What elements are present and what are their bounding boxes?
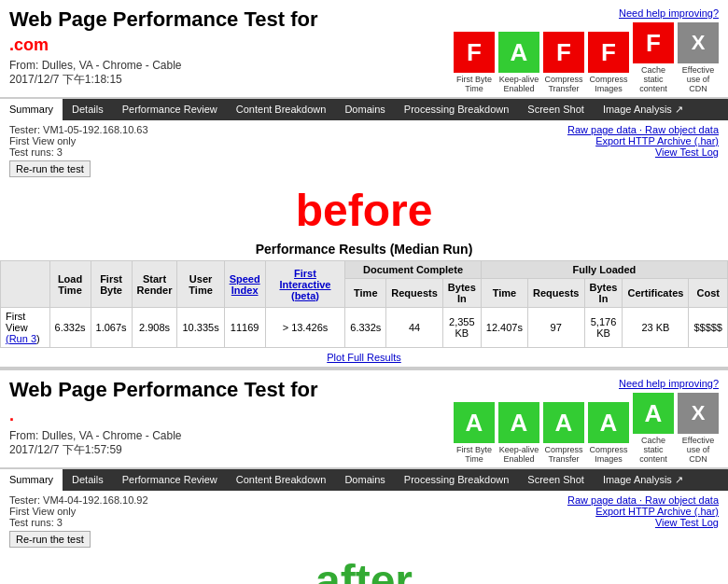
doc-complete-header: Document Complete (345, 261, 482, 279)
section-before: Web Page Performance Test for .com From:… (0, 0, 728, 99)
nav-item[interactable]: Image Analysis ↗ (594, 469, 693, 491)
grade-label: CompressImages (589, 445, 627, 464)
plot-link: Plot Full Results (0, 352, 728, 363)
raw-data-link[interactable]: Raw page data · Raw object data (567, 124, 719, 135)
rerun-button[interactable]: Re-run the test (9, 531, 91, 548)
grade-label: Keep-aliveEnabled (499, 75, 539, 93)
page-title: Web Page Performance Test for .com (9, 7, 318, 56)
nav-item[interactable]: Summary (0, 99, 63, 120)
start-render: 2.908s (132, 308, 177, 348)
full-certs-header: Certificates (623, 279, 689, 308)
nav-item[interactable]: Screen Shot (518, 469, 594, 491)
run-link[interactable]: Run 3 (9, 333, 36, 344)
grade-label: Cachestaticcontent (639, 65, 667, 93)
title-area: Web Page Performance Test for .com From:… (9, 7, 318, 88)
col-usertime: UserTime (177, 261, 224, 308)
grade-label: CompressTransfer (544, 75, 582, 93)
grades-area: Need help improving? F First ByteTime A … (454, 7, 719, 93)
full-bytes-header: BytesIn (584, 279, 623, 308)
from-info: From: Dulles, VA - Chrome - Cable2017/12… (9, 429, 318, 458)
grade-label: Effectiveuse ofCDN (682, 436, 714, 464)
grade-box: A (633, 393, 674, 434)
top-row: Web Page Performance Test for .com From:… (9, 7, 719, 93)
grade-box: F (588, 32, 629, 73)
grade-box: A (498, 32, 539, 73)
grade-item: F CompressTransfer (543, 32, 584, 93)
grade-box: A (543, 402, 584, 443)
log-link[interactable]: View Test Log (567, 146, 719, 158)
nav-item[interactable]: Content Breakdown (227, 99, 336, 120)
table-row: First View(Run 3) 6.332s 1.067s 2.908s 1… (1, 308, 728, 348)
top-row: Web Page Performance Test for . From: Du… (9, 378, 719, 464)
help-link[interactable]: Need help improving? (619, 378, 719, 389)
nav-item[interactable]: Performance Review (113, 469, 227, 491)
info-right: Raw page data · Raw object data Export H… (567, 124, 719, 158)
grade-item: A First ByteTime (454, 402, 495, 464)
full-time: 12.407s (481, 308, 527, 348)
grade-item: X Effectiveuse ofCDN (678, 393, 719, 464)
export-link[interactable]: Export HTTP Archive (.har) (567, 135, 719, 146)
rerun-button[interactable]: Re-run the test (9, 160, 91, 177)
full-time-header: Time (481, 279, 527, 308)
url: . (9, 406, 14, 424)
col-header (1, 261, 50, 308)
export-link[interactable]: Export HTTP Archive (.har) (567, 506, 719, 517)
grade-label: Keep-aliveEnabled (499, 445, 539, 464)
grade-label: Cachestaticcontent (639, 436, 667, 464)
nav-item[interactable]: Processing Breakdown (395, 99, 519, 120)
grades-boxes: A First ByteTime A Keep-aliveEnabled A C… (454, 393, 719, 464)
grade-box: A (454, 402, 495, 443)
page-title: Web Page Performance Test for . (9, 378, 318, 426)
nav-item[interactable]: Domains (335, 469, 394, 491)
url: .com (9, 35, 49, 54)
info-right: Raw page data · Raw object data Export H… (567, 494, 719, 528)
nav-item[interactable]: Content Breakdown (227, 469, 336, 491)
grade-item: A Keep-aliveEnabled (498, 32, 539, 93)
grade-item: F CompressImages (588, 32, 629, 93)
doc-time: 6.332s (345, 308, 386, 348)
grade-box: F (454, 32, 495, 73)
doc-requests-header: Requests (386, 279, 443, 308)
grade-label: Effectiveuse ofCDN (682, 65, 714, 93)
grade-item: A Keep-aliveEnabled (498, 402, 539, 464)
grade-item: F Cachestaticcontent (633, 22, 674, 93)
interactive-link[interactable]: First Interactive(beta) (279, 268, 330, 301)
nav-item[interactable]: Performance Review (113, 99, 227, 120)
help-link[interactable]: Need help improving? (619, 7, 719, 19)
nav-item[interactable]: Screen Shot (518, 99, 594, 120)
grade-item: F First ByteTime (454, 32, 495, 93)
nav-item[interactable]: Details (63, 469, 113, 491)
log-link[interactable]: View Test Log (567, 517, 719, 528)
nav-bar: SummaryDetailsPerformance ReviewContent … (0, 99, 728, 120)
fully-loaded-header: Fully Loaded (481, 261, 727, 279)
tester: Tester: VM4-04-192.168.10.92 (9, 494, 148, 506)
col-interactive: First Interactive(beta) (265, 261, 345, 308)
load-time: 6.332s (49, 308, 91, 348)
first-interactive: > 13.426s (265, 308, 345, 348)
grade-label: CompressImages (589, 75, 627, 93)
speed-index: 11169 (224, 308, 265, 348)
info-row: Tester: VM4-04-192.168.10.92 First View … (0, 491, 728, 551)
grades-boxes: F First ByteTime A Keep-aliveEnabled F C… (454, 22, 719, 93)
nav-item[interactable]: Processing Breakdown (395, 469, 519, 491)
nav-item[interactable]: Image Analysis ↗ (594, 99, 693, 120)
full-requests-header: Requests (527, 279, 584, 308)
user-time: 10.335s (177, 308, 224, 348)
runs-info: Test runs: 3 (9, 517, 148, 528)
before-label: before (0, 185, 728, 236)
nav-item[interactable]: Domains (335, 99, 394, 120)
nav-bar: SummaryDetailsPerformance ReviewContent … (0, 469, 728, 491)
results-table: LoadTime FirstByte StartRender UserTime … (0, 260, 728, 348)
info-row: Tester: VM1-05-192.168.10.63 First View … (0, 120, 728, 181)
speed-index-link[interactable]: SpeedIndex (230, 273, 260, 296)
grade-box: X (678, 22, 719, 63)
grade-box: X (678, 393, 719, 434)
nav-item[interactable]: Summary (0, 469, 63, 491)
info-left: Tester: VM4-04-192.168.10.92 First View … (9, 494, 148, 548)
raw-data-link[interactable]: Raw page data · Raw object data (567, 494, 719, 506)
col-startrender: StartRender (132, 261, 177, 308)
doc-bytes-header: BytesIn (442, 279, 481, 308)
col-load: LoadTime (49, 261, 91, 308)
plot-full-results-link[interactable]: Plot Full Results (327, 352, 400, 363)
nav-item[interactable]: Details (63, 99, 113, 120)
